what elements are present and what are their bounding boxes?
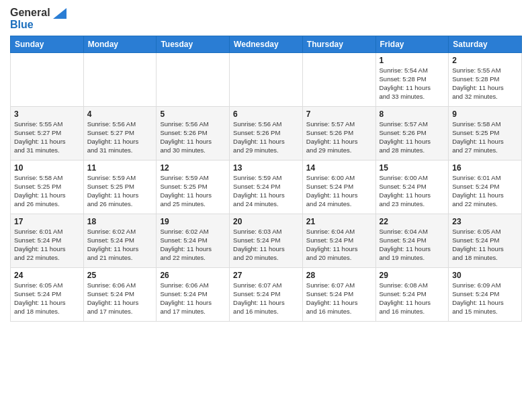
day-number: 15 bbox=[380, 163, 445, 173]
day-number: 16 bbox=[452, 163, 518, 173]
cell-info: Sunrise: 6:02 AM Sunset: 5:24 PM Dayligh… bbox=[87, 228, 153, 262]
calendar-cell: 18Sunrise: 6:02 AM Sunset: 5:24 PM Dayli… bbox=[83, 214, 157, 268]
calendar-cell bbox=[157, 53, 230, 107]
weekday-header: Sunday bbox=[11, 36, 84, 53]
svg-marker-0 bbox=[53, 8, 66, 19]
cell-info: Sunrise: 5:56 AM Sunset: 5:26 PM Dayligh… bbox=[233, 120, 299, 154]
calendar-cell bbox=[230, 53, 303, 107]
day-number: 5 bbox=[160, 109, 226, 119]
cell-info: Sunrise: 5:58 AM Sunset: 5:25 PM Dayligh… bbox=[452, 120, 518, 154]
calendar-cell: 22Sunrise: 6:04 AM Sunset: 5:24 PM Dayli… bbox=[375, 214, 449, 268]
day-number: 10 bbox=[14, 163, 80, 173]
day-number: 2 bbox=[452, 56, 518, 65]
day-number: 17 bbox=[14, 217, 80, 226]
calendar-header-row: SundayMondayTuesdayWednesdayThursdayFrid… bbox=[11, 36, 522, 53]
calendar-cell: 10Sunrise: 5:58 AM Sunset: 5:25 PM Dayli… bbox=[11, 161, 84, 214]
cell-info: Sunrise: 6:02 AM Sunset: 5:24 PM Dayligh… bbox=[160, 228, 226, 262]
cell-info: Sunrise: 6:03 AM Sunset: 5:24 PM Dayligh… bbox=[233, 228, 299, 262]
day-number: 4 bbox=[87, 109, 153, 119]
weekday-header: Saturday bbox=[449, 36, 522, 53]
day-number: 11 bbox=[87, 163, 153, 173]
day-number: 8 bbox=[380, 109, 445, 119]
calendar-table: SundayMondayTuesdayWednesdayThursdayFrid… bbox=[10, 36, 522, 322]
calendar-cell: 26Sunrise: 6:06 AM Sunset: 5:24 PM Dayli… bbox=[157, 268, 230, 322]
calendar-cell: 12Sunrise: 5:59 AM Sunset: 5:25 PM Dayli… bbox=[157, 161, 230, 214]
calendar-cell: 16Sunrise: 6:01 AM Sunset: 5:24 PM Dayli… bbox=[449, 161, 522, 214]
weekday-header: Monday bbox=[83, 36, 157, 53]
cell-info: Sunrise: 6:01 AM Sunset: 5:24 PM Dayligh… bbox=[452, 174, 518, 208]
calendar-week-row: 3Sunrise: 5:55 AM Sunset: 5:27 PM Daylig… bbox=[11, 107, 522, 161]
calendar-cell: 11Sunrise: 5:59 AM Sunset: 5:25 PM Dayli… bbox=[83, 161, 157, 214]
day-number: 18 bbox=[87, 217, 153, 226]
day-number: 19 bbox=[160, 217, 226, 226]
calendar-cell bbox=[11, 53, 84, 107]
weekday-header: Friday bbox=[375, 36, 449, 53]
cell-info: Sunrise: 5:59 AM Sunset: 5:24 PM Dayligh… bbox=[233, 174, 299, 208]
calendar-cell: 17Sunrise: 6:01 AM Sunset: 5:24 PM Dayli… bbox=[11, 214, 84, 268]
cell-info: Sunrise: 5:59 AM Sunset: 5:25 PM Dayligh… bbox=[87, 174, 153, 208]
day-number: 26 bbox=[160, 271, 226, 280]
weekday-header: Thursday bbox=[302, 36, 375, 53]
calendar-cell: 2Sunrise: 5:55 AM Sunset: 5:28 PM Daylig… bbox=[449, 53, 522, 107]
day-number: 9 bbox=[452, 109, 518, 119]
cell-info: Sunrise: 5:55 AM Sunset: 5:27 PM Dayligh… bbox=[14, 120, 80, 154]
calendar-cell bbox=[302, 53, 375, 107]
day-number: 13 bbox=[233, 163, 299, 173]
day-number: 28 bbox=[306, 271, 372, 280]
day-number: 7 bbox=[306, 109, 372, 119]
calendar-cell: 7Sunrise: 5:57 AM Sunset: 5:26 PM Daylig… bbox=[302, 107, 375, 161]
cell-info: Sunrise: 6:06 AM Sunset: 5:24 PM Dayligh… bbox=[87, 281, 153, 316]
calendar-cell: 21Sunrise: 6:04 AM Sunset: 5:24 PM Dayli… bbox=[302, 214, 375, 268]
day-number: 30 bbox=[452, 271, 518, 280]
calendar-cell: 28Sunrise: 6:07 AM Sunset: 5:24 PM Dayli… bbox=[302, 268, 375, 322]
cell-info: Sunrise: 6:04 AM Sunset: 5:24 PM Dayligh… bbox=[306, 228, 372, 262]
calendar-cell: 23Sunrise: 6:05 AM Sunset: 5:24 PM Dayli… bbox=[449, 214, 522, 268]
cell-info: Sunrise: 6:07 AM Sunset: 5:24 PM Dayligh… bbox=[233, 281, 299, 316]
cell-info: Sunrise: 6:00 AM Sunset: 5:24 PM Dayligh… bbox=[306, 174, 372, 208]
cell-info: Sunrise: 6:07 AM Sunset: 5:24 PM Dayligh… bbox=[306, 281, 372, 316]
cell-info: Sunrise: 6:00 AM Sunset: 5:24 PM Dayligh… bbox=[380, 174, 445, 208]
day-number: 29 bbox=[380, 271, 445, 280]
cell-info: Sunrise: 6:01 AM Sunset: 5:24 PM Dayligh… bbox=[14, 228, 80, 262]
day-number: 14 bbox=[306, 163, 372, 173]
cell-info: Sunrise: 6:09 AM Sunset: 5:24 PM Dayligh… bbox=[452, 281, 518, 316]
calendar-cell bbox=[83, 53, 157, 107]
calendar-cell: 30Sunrise: 6:09 AM Sunset: 5:24 PM Dayli… bbox=[449, 268, 522, 322]
day-number: 12 bbox=[160, 163, 226, 173]
calendar-cell: 6Sunrise: 5:56 AM Sunset: 5:26 PM Daylig… bbox=[230, 107, 303, 161]
weekday-header: Wednesday bbox=[230, 36, 303, 53]
logo-box: General Blue bbox=[10, 7, 66, 30]
calendar-week-row: 17Sunrise: 6:01 AM Sunset: 5:24 PM Dayli… bbox=[11, 214, 522, 268]
calendar-cell: 15Sunrise: 6:00 AM Sunset: 5:24 PM Dayli… bbox=[375, 161, 449, 214]
logo: General Blue bbox=[10, 7, 66, 30]
logo-blue: Blue bbox=[10, 19, 34, 31]
calendar-cell: 1Sunrise: 5:54 AM Sunset: 5:28 PM Daylig… bbox=[375, 53, 449, 107]
calendar-week-row: 1Sunrise: 5:54 AM Sunset: 5:28 PM Daylig… bbox=[11, 53, 522, 107]
page-header: General Blue bbox=[10, 7, 522, 30]
day-number: 23 bbox=[452, 217, 518, 226]
day-number: 1 bbox=[380, 56, 445, 65]
cell-info: Sunrise: 6:05 AM Sunset: 5:24 PM Dayligh… bbox=[452, 228, 518, 262]
logo-text: General bbox=[10, 7, 66, 19]
calendar-cell: 25Sunrise: 6:06 AM Sunset: 5:24 PM Dayli… bbox=[83, 268, 157, 322]
calendar-week-row: 10Sunrise: 5:58 AM Sunset: 5:25 PM Dayli… bbox=[11, 161, 522, 214]
cell-info: Sunrise: 6:04 AM Sunset: 5:24 PM Dayligh… bbox=[380, 228, 445, 262]
cell-info: Sunrise: 6:08 AM Sunset: 5:24 PM Dayligh… bbox=[380, 281, 445, 316]
day-number: 27 bbox=[233, 271, 299, 280]
day-number: 22 bbox=[380, 217, 445, 226]
calendar-cell: 5Sunrise: 5:56 AM Sunset: 5:26 PM Daylig… bbox=[157, 107, 230, 161]
cell-info: Sunrise: 6:05 AM Sunset: 5:24 PM Dayligh… bbox=[14, 281, 80, 316]
calendar-cell: 14Sunrise: 6:00 AM Sunset: 5:24 PM Dayli… bbox=[302, 161, 375, 214]
cell-info: Sunrise: 5:57 AM Sunset: 5:26 PM Dayligh… bbox=[380, 120, 445, 154]
day-number: 6 bbox=[233, 109, 299, 119]
calendar-cell: 20Sunrise: 6:03 AM Sunset: 5:24 PM Dayli… bbox=[230, 214, 303, 268]
calendar-cell: 29Sunrise: 6:08 AM Sunset: 5:24 PM Dayli… bbox=[375, 268, 449, 322]
calendar-cell: 27Sunrise: 6:07 AM Sunset: 5:24 PM Dayli… bbox=[230, 268, 303, 322]
weekday-header: Tuesday bbox=[157, 36, 230, 53]
day-number: 21 bbox=[306, 217, 372, 226]
cell-info: Sunrise: 5:59 AM Sunset: 5:25 PM Dayligh… bbox=[160, 174, 226, 208]
cell-info: Sunrise: 5:57 AM Sunset: 5:26 PM Dayligh… bbox=[306, 120, 372, 154]
day-number: 24 bbox=[14, 271, 80, 280]
day-number: 3 bbox=[14, 109, 80, 119]
calendar-cell: 9Sunrise: 5:58 AM Sunset: 5:25 PM Daylig… bbox=[449, 107, 522, 161]
